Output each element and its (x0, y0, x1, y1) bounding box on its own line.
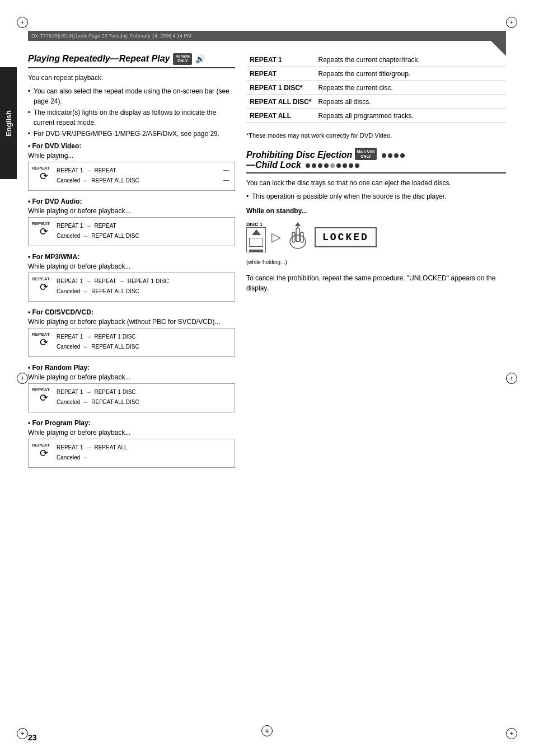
table-key-repeatalldisc: REPEAT ALL DISC* (246, 95, 315, 109)
disc-tray-group: DISC 1 (246, 222, 266, 252)
standby-label: While on standby... (246, 207, 506, 215)
center-crosshair (261, 725, 273, 736)
mp3-top-row: REPEAT 1 → REPEAT → REPEAT 1 DISC (57, 276, 229, 287)
disc-slot (249, 238, 263, 247)
triangle-decoration (481, 31, 506, 56)
reg-mark-tl (17, 17, 28, 28)
mp3-person-icon: ⟳ (40, 281, 48, 293)
table-footnote: *These modes may not work correctly for … (246, 132, 506, 139)
cd-canceled: Canceled (57, 342, 80, 352)
reg-mark-ml (17, 373, 28, 384)
disc-bullets: This operation is possible only when the… (246, 191, 506, 201)
hand-icon-svg (287, 222, 309, 250)
program-body: While playing or before playback... (28, 429, 235, 436)
header-text: DX-T77&99[USUN].book Page 23 Tuesday, Fe… (31, 33, 191, 39)
disc-intro: You can lock the disc trays so that no o… (246, 178, 506, 188)
locked-display-area: DISC 1 ▷ (246, 222, 506, 252)
table-row-repeatalldisc: REPEAT ALL DISC* Repeats all discs. (246, 95, 506, 109)
disc-title-line2: —Child Lock (246, 160, 301, 170)
dvd-audio-diagram: REPEAT ⟳ REPEAT 1 → REPEAT Canceled ← RE… (28, 217, 235, 246)
tray-bottom (249, 250, 263, 252)
remote-only-badge: RemoteONLY (173, 53, 192, 65)
disc-section-title: Prohibiting Disc Ejection Main UnitONLY … (246, 148, 506, 173)
disc-label: DISC 1 (246, 222, 266, 227)
side-tab: English (0, 67, 17, 179)
bullet-3: For DVD-VR/JPEG/MPEG-1/MPEG-2/ASF/DivX, … (28, 129, 235, 139)
da-r1: REPEAT 1 (57, 221, 83, 231)
table-key-repeat1disc: REPEAT 1 DISC* (246, 81, 315, 95)
dvd-video-diagram: REPEAT ⟳ REPEAT 1 → REPEAT Canceled ← RE… (28, 162, 235, 191)
mp3-canceled: Canceled (57, 287, 80, 297)
mp3-bottom-row: Canceled ← REPEAT ALL DISC (57, 287, 229, 297)
sub-random: • For Random Play: While playing or befo… (28, 364, 235, 412)
dvd-audio-title: • For DVD Audio: (28, 198, 235, 205)
table-val-repeat1: Repeats the current chapter/track. (315, 53, 506, 67)
reg-mark-br (506, 728, 517, 739)
cd-person-icon: ⟳ (40, 336, 48, 349)
main-content: Playing Repeatedly—Repeat Play RemoteONL… (28, 53, 506, 722)
table-val-repeatall: Repeats all programmed tracks. (315, 109, 506, 123)
disc-title-line1: Prohibiting Disc Ejection (246, 150, 352, 159)
random-top-row: REPEAT 1 → REPEAT 1 DISC (57, 387, 229, 397)
dv-r1: REPEAT 1 (57, 166, 83, 176)
table-key-repeat1: REPEAT 1 (246, 53, 315, 67)
dvd-audio-top-row: REPEAT 1 → REPEAT (57, 221, 229, 231)
dvd-video-top-row: REPEAT 1 → REPEAT (57, 166, 229, 176)
dv-arr2: ← (83, 176, 88, 186)
svg-rect-2 (292, 232, 295, 242)
bullet-list: You can also select the repeat mode usin… (28, 86, 235, 139)
side-tab-label: English (4, 110, 13, 137)
da-canceled: Canceled (57, 231, 80, 241)
da-alldisc: REPEAT ALL DISC (91, 231, 139, 241)
dvd-video-bottom-row: Canceled ← REPEAT ALL DISC (57, 176, 229, 186)
left-column: Playing Repeatedly—Repeat Play RemoteONL… (28, 53, 235, 722)
program-title: • For Program Play: (28, 419, 235, 427)
dv-r2: REPEAT (94, 166, 116, 176)
dv-canceled: Canceled (57, 176, 80, 186)
mp3-body: While playing or before playback... (28, 262, 235, 270)
page-number: 23 (28, 733, 37, 742)
mp3-diagram: REPEAT ⟳ REPEAT 1 → REPEAT → REPEAT 1 DI… (28, 273, 235, 302)
cd-bottom-row: Canceled ← REPEAT ALL DISC (57, 342, 229, 352)
dvd-audio-bottom-row: Canceled ← REPEAT ALL DISC (57, 231, 229, 241)
svg-marker-5 (295, 222, 301, 226)
reg-mark-mr (506, 373, 517, 384)
table-key-repeat: REPEAT (246, 67, 315, 81)
cd-title: • For CD/SVCD/VCD: (28, 308, 235, 316)
program-diagram: REPEAT ⟳ REPEAT 1 → REPEAT ALL Canceled … (28, 439, 235, 468)
repeat-modes-table: REPEAT 1 Repeats the current chapter/tra… (246, 53, 506, 123)
random-canceled: Canceled (57, 397, 80, 407)
dv-alldisc: REPEAT ALL DISC (91, 176, 139, 186)
main-unit-badge: Main UnitONLY (355, 150, 380, 159)
dvd-video-person-icon: ⟳ (40, 170, 48, 182)
dvd-video-title: • For DVD Video: (28, 142, 235, 150)
left-title-text: Playing Repeatedly—Repeat Play (28, 54, 170, 64)
program-canceled: Canceled (57, 453, 80, 463)
disc-dots (382, 153, 405, 158)
random-person-icon: ⟳ (40, 392, 48, 404)
table-val-repeat1disc: Repeats the current disc. (315, 81, 506, 95)
disc-dots2 (306, 163, 359, 168)
program-person-icon: ⟳ (40, 447, 48, 459)
table-row-repeat: REPEAT Repeats the current title/group. (246, 67, 506, 81)
program-top-row: REPEAT 1 → REPEAT ALL (57, 443, 229, 453)
while-holding-text: (while holding...) (246, 259, 506, 265)
left-section-title: Playing Repeatedly—Repeat Play RemoteONL… (28, 53, 235, 68)
speaker-icon: 🔊 (195, 54, 205, 63)
mp3-title: • For MP3/WMA: (28, 253, 235, 261)
locked-text: LOCKED (315, 227, 377, 247)
reg-mark-tr (506, 17, 517, 28)
tray-up-arrow (252, 229, 261, 235)
dvd-audio-body: While playing or before playback... (28, 207, 235, 215)
cd-top-row: REPEAT 1 → REPEAT 1 DISC (57, 332, 229, 342)
program-bottom-row: Canceled ← (57, 453, 229, 463)
sub-program: • For Program Play: While playing or bef… (28, 419, 235, 468)
table-key-repeatall: REPEAT ALL (246, 109, 315, 123)
disc-ejection-section: Prohibiting Disc Ejection Main UnitONLY … (246, 148, 506, 293)
da-r2: REPEAT (94, 221, 116, 231)
disc-bullet-1: This operation is possible only when the… (246, 191, 506, 201)
random-title: • For Random Play: (28, 364, 235, 372)
table-row-repeatall: REPEAT ALL Repeats all programmed tracks… (246, 109, 506, 123)
random-diagram: REPEAT ⟳ REPEAT 1 → REPEAT 1 DISC Cancel… (28, 383, 235, 412)
header-bar: DX-T77&99[USUN].book Page 23 Tuesday, Fe… (28, 31, 506, 41)
